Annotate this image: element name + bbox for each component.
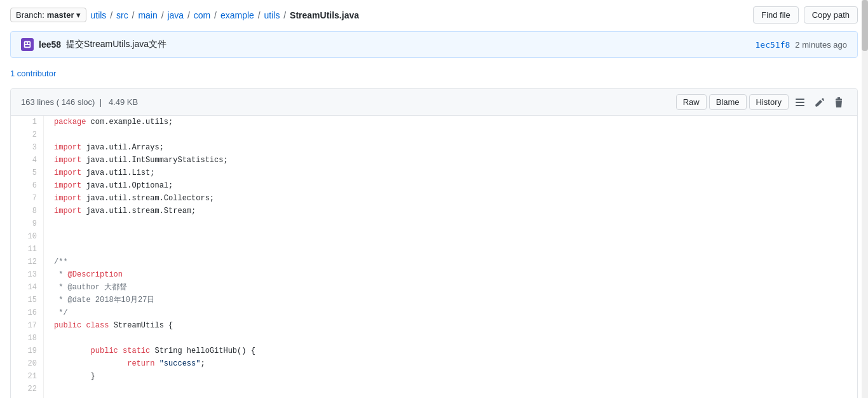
code-line: 19 public static String helloGitHub() { — [11, 345, 857, 357]
code-line: 22 — [11, 383, 857, 395]
commit-message: 提交StreamUtils.java文件 — [66, 39, 166, 50]
line-content — [44, 128, 857, 141]
svg-rect-6 — [796, 105, 804, 106]
code-line: 9 — [11, 217, 857, 230]
svg-rect-3 — [25, 45, 30, 47]
line-content: package com.example.utils; — [44, 116, 857, 128]
code-line: 13 * @Description — [11, 268, 857, 281]
code-line: 23 /** — [11, 395, 857, 398]
find-file-button[interactable]: Find file — [753, 6, 799, 24]
line-number[interactable]: 4 — [11, 154, 44, 167]
line-content: */ — [44, 306, 857, 319]
line-content — [44, 243, 857, 256]
chevron-down-icon: ▾ — [76, 10, 81, 20]
commit-time: 2 minutes ago — [795, 40, 847, 50]
code-line: 3 import java.util.Arrays; — [11, 141, 857, 154]
code-line: 16 */ — [11, 306, 857, 319]
line-number[interactable]: 8 — [11, 205, 44, 217]
line-number[interactable]: 15 — [11, 294, 44, 306]
breadcrumb-left: Branch: master ▾ utils / src / main / ja… — [10, 8, 359, 22]
line-content: /** — [44, 395, 857, 398]
line-number[interactable]: 18 — [11, 332, 44, 345]
line-number[interactable]: 5 — [11, 167, 44, 179]
line-content: * @date 2018年10月27日 — [44, 294, 857, 306]
line-number[interactable]: 19 — [11, 345, 44, 357]
code-line: 10 — [11, 230, 857, 243]
contributor-link[interactable]: 1 contributor — [10, 69, 56, 78]
raw-button[interactable]: Raw — [676, 94, 707, 110]
path-com[interactable]: com — [194, 10, 210, 20]
branch-name: master — [47, 10, 74, 20]
scrollbar-thumb[interactable] — [862, 0, 868, 51]
code-line: 18 — [11, 332, 857, 345]
line-number[interactable]: 14 — [11, 281, 44, 294]
path-main[interactable]: main — [138, 10, 157, 20]
commit-bar: lee58 提交StreamUtils.java文件 1ec51f8 2 min… — [10, 31, 858, 58]
path-utils2[interactable]: utils — [264, 10, 280, 20]
code-line: 1 package com.example.utils; — [11, 116, 857, 128]
line-content: * @Description — [44, 268, 857, 281]
path-java[interactable]: java — [167, 10, 184, 20]
line-number[interactable]: 7 — [11, 192, 44, 205]
line-content: /** — [44, 256, 857, 268]
line-content — [44, 332, 857, 345]
line-number[interactable]: 21 — [11, 370, 44, 383]
svg-rect-4 — [796, 99, 804, 100]
code-line: 12 /** — [11, 256, 857, 268]
code-line: 17 public class StreamUtils { — [11, 319, 857, 332]
line-number[interactable]: 6 — [11, 179, 44, 192]
line-number[interactable]: 12 — [11, 256, 44, 268]
code-line: 21 } — [11, 370, 857, 383]
line-number[interactable]: 10 — [11, 230, 44, 243]
blame-button[interactable]: Blame — [709, 94, 747, 110]
history-button[interactable]: History — [749, 94, 789, 110]
svg-rect-2 — [28, 43, 30, 45]
path-src[interactable]: src — [116, 10, 128, 20]
file-path: utils / src / main / java / com / exampl… — [90, 10, 359, 20]
path-utils[interactable]: utils — [90, 10, 106, 20]
file-size: 4.49 KB — [109, 97, 138, 107]
breadcrumb-bar: Branch: master ▾ utils / src / main / ja… — [10, 6, 858, 24]
delete-icon-button[interactable] — [831, 95, 847, 110]
code-line: 2 — [11, 128, 857, 141]
commit-info-left: lee58 提交StreamUtils.java文件 — [21, 38, 166, 51]
line-number[interactable]: 2 — [11, 128, 44, 141]
line-content: import java.util.Optional; — [44, 179, 857, 192]
line-content: import java.util.List; — [44, 167, 857, 179]
code-line: 20 return "success"; — [11, 357, 857, 370]
sloc-count: 146 — [62, 97, 76, 107]
line-number[interactable]: 22 — [11, 383, 44, 395]
branch-selector[interactable]: Branch: master ▾ — [10, 8, 86, 22]
code-line: 14 * @author 大都督 — [11, 281, 857, 294]
line-number[interactable]: 23 — [11, 395, 44, 398]
code-line: 11 — [11, 243, 857, 256]
line-number[interactable]: 11 — [11, 243, 44, 256]
line-number[interactable]: 20 — [11, 357, 44, 370]
line-number[interactable]: 16 — [11, 306, 44, 319]
scrollbar[interactable] — [862, 0, 868, 398]
commit-sha[interactable]: 1ec51f8 — [756, 40, 790, 50]
avatar — [21, 38, 34, 51]
line-number[interactable]: 13 — [11, 268, 44, 281]
line-number[interactable]: 3 — [11, 141, 44, 154]
copy-path-button[interactable]: Copy path — [804, 6, 858, 24]
code-body: 1 package com.example.utils; 2 3 import … — [11, 116, 857, 398]
line-content: public static String helloGitHub() { — [44, 345, 857, 357]
edit-icon-button[interactable] — [811, 95, 828, 109]
line-content: return "success"; — [44, 357, 857, 370]
commit-author[interactable]: lee58 — [39, 39, 61, 50]
line-content: public class StreamUtils { — [44, 319, 857, 332]
line-number[interactable]: 9 — [11, 217, 44, 230]
line-content: } — [44, 370, 857, 383]
code-line: 15 * @date 2018年10月27日 — [11, 294, 857, 306]
breadcrumb-actions: Find file Copy path — [753, 6, 858, 24]
line-content: import java.util.Arrays; — [44, 141, 857, 154]
contributor-bar: 1 contributor — [10, 64, 858, 82]
display-icon-button[interactable] — [791, 95, 809, 110]
line-number[interactable]: 1 — [11, 116, 44, 128]
line-content: import java.util.stream.Collectors; — [44, 192, 857, 205]
line-content — [44, 230, 857, 243]
path-example[interactable]: example — [220, 10, 254, 20]
line-number[interactable]: 17 — [11, 319, 44, 332]
line-content — [44, 217, 857, 230]
